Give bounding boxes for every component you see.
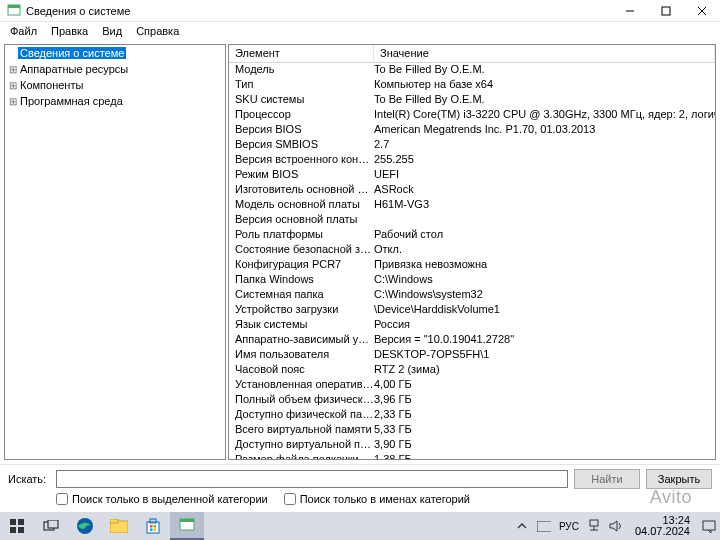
row-value: C:\Windows\system32	[374, 288, 715, 303]
search-panel: Искать: Найти Закрыть Поиск только в выд…	[0, 464, 720, 512]
table-row[interactable]: Доступно физической памяти2,33 ГБ	[229, 408, 715, 423]
language-indicator[interactable]: РУС	[559, 521, 579, 532]
row-key: Версия SMBIOS	[229, 138, 374, 153]
table-row[interactable]: Часовой поясRTZ 2 (зима)	[229, 363, 715, 378]
menu-view[interactable]: Вид	[96, 24, 128, 38]
row-key: Папка Windows	[229, 273, 374, 288]
row-key: Установленная оперативная п...	[229, 378, 374, 393]
row-value: DESKTOP-7OPS5FH\1	[374, 348, 715, 363]
data-body[interactable]: МодельTo Be Filled By O.E.M.ТипКомпьютер…	[229, 63, 715, 459]
clock[interactable]: 13:24 04.07.2024	[631, 515, 694, 537]
keyboard-icon[interactable]	[537, 519, 551, 533]
expander-icon[interactable]: ⊞	[7, 80, 18, 91]
taskview-button[interactable]	[34, 512, 68, 540]
table-row[interactable]: Модель основной платыH61M-VG3	[229, 198, 715, 213]
table-row[interactable]: Режим BIOSUEFI	[229, 168, 715, 183]
table-row[interactable]: Версия основной платы	[229, 213, 715, 228]
tree-item-components[interactable]: ⊞ Компоненты	[5, 77, 225, 93]
close-button[interactable]	[684, 0, 720, 22]
row-key: Модель	[229, 63, 374, 78]
menu-file[interactable]: Файл	[4, 24, 43, 38]
table-row[interactable]: SKU системыTo Be Filled By O.E.M.	[229, 93, 715, 108]
search-input[interactable]	[56, 470, 568, 488]
table-row[interactable]: МодельTo Be Filled By O.E.M.	[229, 63, 715, 78]
data-panel: Элемент Значение МодельTo Be Filled By O…	[228, 44, 716, 460]
table-row[interactable]: ПроцессорIntel(R) Core(TM) i3-3220 CPU @…	[229, 108, 715, 123]
col-value[interactable]: Значение	[374, 45, 715, 62]
row-key: Роль платформы	[229, 228, 374, 243]
explorer-icon[interactable]	[102, 512, 136, 540]
row-value: 5,33 ГБ	[374, 423, 715, 438]
table-row[interactable]: Конфигурация PCR7Привязка невозможна	[229, 258, 715, 273]
table-row[interactable]: Всего виртуальной памяти5,33 ГБ	[229, 423, 715, 438]
minimize-button[interactable]	[612, 0, 648, 22]
row-key: Устройство загрузки	[229, 303, 374, 318]
table-row[interactable]: ТипКомпьютер на базе x64	[229, 78, 715, 93]
tree-item-root[interactable]: Сведения о системе	[5, 45, 225, 61]
volume-icon[interactable]	[609, 519, 623, 533]
row-key: Всего виртуальной памяти	[229, 423, 374, 438]
menu-edit[interactable]: Правка	[45, 24, 94, 38]
row-key: Аппаратно-зависимый уровен...	[229, 333, 374, 348]
table-row[interactable]: Роль платформыРабочий стол	[229, 228, 715, 243]
table-row[interactable]: Версия SMBIOS2.7	[229, 138, 715, 153]
svg-rect-23	[537, 521, 551, 532]
row-key: Системная папка	[229, 288, 374, 303]
table-row[interactable]: Полный объем физической па...3,96 ГБ	[229, 393, 715, 408]
table-row[interactable]: Размер файла подкачки1,38 ГБ	[229, 453, 715, 459]
svg-rect-8	[10, 527, 16, 533]
row-key: Версия BIOS	[229, 123, 374, 138]
row-key: Версия основной платы	[229, 213, 374, 228]
close-search-button[interactable]: Закрыть	[646, 469, 712, 489]
edge-icon[interactable]	[68, 512, 102, 540]
data-header: Элемент Значение	[229, 45, 715, 63]
tree-item-software[interactable]: ⊞ Программная среда	[5, 93, 225, 109]
svg-rect-19	[150, 529, 153, 532]
network-icon[interactable]	[587, 519, 601, 533]
checkbox-input[interactable]	[284, 493, 296, 505]
table-row[interactable]: Системная папкаC:\Windows\system32	[229, 288, 715, 303]
app-icon	[6, 3, 22, 19]
content-area: Сведения о системе ⊞ Аппаратные ресурсы …	[0, 40, 720, 464]
row-key: Режим BIOS	[229, 168, 374, 183]
svg-rect-30	[703, 521, 715, 530]
row-value: 3,90 ГБ	[374, 438, 715, 453]
table-row[interactable]: Устройство загрузки\Device\HarddiskVolum…	[229, 303, 715, 318]
svg-rect-1	[8, 5, 20, 8]
menu-help[interactable]: Справка	[130, 24, 185, 38]
maximize-button[interactable]	[648, 0, 684, 22]
table-row[interactable]: Состояние безопасной загруз...Откл.	[229, 243, 715, 258]
svg-rect-18	[154, 525, 157, 528]
expander-icon[interactable]: ⊞	[7, 64, 18, 75]
msinfo-taskbar-icon[interactable]	[170, 512, 204, 540]
watermark: Avito	[650, 487, 692, 508]
checkbox-selected-category[interactable]: Поиск только в выделенной категории	[56, 493, 268, 505]
row-key: Конфигурация PCR7	[229, 258, 374, 273]
table-row[interactable]: Изготовитель основной платыASRock	[229, 183, 715, 198]
row-value: 4,00 ГБ	[374, 378, 715, 393]
col-element[interactable]: Элемент	[229, 45, 374, 62]
tree-panel: Сведения о системе ⊞ Аппаратные ресурсы …	[4, 44, 226, 460]
table-row[interactable]: Версия встроенного контролл...255.255	[229, 153, 715, 168]
expander-icon[interactable]: ⊞	[7, 96, 18, 107]
tray-chevron-icon[interactable]	[515, 519, 529, 533]
store-icon[interactable]	[136, 512, 170, 540]
row-value: 2.7	[374, 138, 715, 153]
start-button[interactable]	[0, 512, 34, 540]
row-value: Версия = "10.0.19041.2728"	[374, 333, 715, 348]
table-row[interactable]: Язык системыРоссия	[229, 318, 715, 333]
table-row[interactable]: Папка WindowsC:\Windows	[229, 273, 715, 288]
row-value: UEFI	[374, 168, 715, 183]
row-value: ASRock	[374, 183, 715, 198]
table-row[interactable]: Имя пользователяDESKTOP-7OPS5FH\1	[229, 348, 715, 363]
checkbox-input[interactable]	[56, 493, 68, 505]
tree-item-hardware[interactable]: ⊞ Аппаратные ресурсы	[5, 61, 225, 77]
checkbox-category-names[interactable]: Поиск только в именах категорий	[284, 493, 470, 505]
row-key: Полный объем физической па...	[229, 393, 374, 408]
table-row[interactable]: Доступно виртуальной памяти3,90 ГБ	[229, 438, 715, 453]
find-button[interactable]: Найти	[574, 469, 640, 489]
notifications-icon[interactable]	[702, 519, 716, 533]
table-row[interactable]: Версия BIOSAmerican Megatrends Inc. P1.7…	[229, 123, 715, 138]
table-row[interactable]: Установленная оперативная п...4,00 ГБ	[229, 378, 715, 393]
table-row[interactable]: Аппаратно-зависимый уровен...Версия = "1…	[229, 333, 715, 348]
